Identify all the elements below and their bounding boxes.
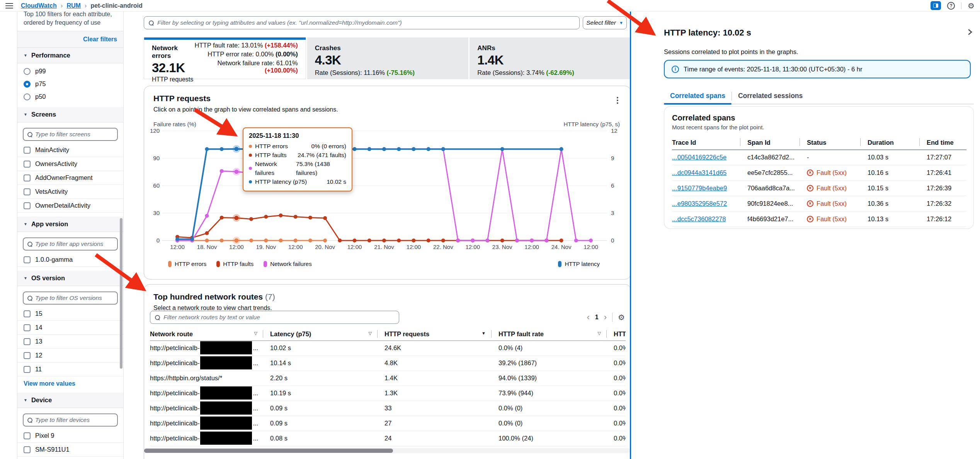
routes-search-input[interactable]: Filter network routes by text or value bbox=[150, 311, 399, 324]
tooltip-row-network-failures: Network failures75.3% (1438 failures) bbox=[249, 159, 346, 177]
sort-icon[interactable]: ▼ bbox=[481, 331, 486, 335]
routes-column-header-http-fault-rate[interactable]: HTTP fault rate▽ bbox=[491, 328, 606, 340]
chart-panel-title: HTTP requests bbox=[144, 86, 631, 103]
spans-column-header-trace-id[interactable]: Trace Id bbox=[672, 136, 740, 150]
fault-label: Fault (5xx) bbox=[817, 200, 847, 207]
select-filter-dropdown[interactable]: Select filter ▼ bbox=[583, 16, 627, 29]
horizontal-scrollbar[interactable] bbox=[144, 448, 630, 453]
legend-marker bbox=[168, 261, 172, 267]
checkbox-option-vetsactivity[interactable]: VetsActivity bbox=[17, 185, 123, 199]
checkbox-option-14[interactable]: 14 bbox=[17, 321, 123, 335]
spans-column-header-status[interactable]: Status bbox=[800, 136, 860, 150]
route-cell[interactable]: http://petclinicalb-... bbox=[150, 340, 263, 356]
spans-column-header-duration[interactable]: Duration bbox=[860, 136, 919, 150]
next-page-icon[interactable]: › bbox=[604, 313, 607, 322]
route-cell[interactable]: https://httpbin.org/status/* bbox=[150, 371, 263, 386]
route-row[interactable]: http://petclinicalb-...10.19 s1.3K73.9% … bbox=[150, 386, 626, 401]
route-url: http://petclinicalb- bbox=[150, 359, 199, 366]
checkbox-option-pixel-9[interactable]: Pixel 9 bbox=[17, 429, 123, 443]
tab-correlated-sessions[interactable]: Correlated sessions bbox=[732, 89, 809, 104]
route-row[interactable]: http://petclinicalb-...0.09 s330.0% (0)0… bbox=[150, 401, 626, 416]
split-panel-icon[interactable] bbox=[931, 1, 941, 10]
checkbox-option-11[interactable]: 11 bbox=[17, 362, 123, 376]
metric-card-network-errors[interactable]: Network errors32.1KHTTP requestsHTTP fau… bbox=[144, 37, 306, 79]
breadcrumb-rum[interactable]: RUM bbox=[66, 2, 80, 9]
kebab-menu-icon[interactable] bbox=[615, 95, 620, 105]
http-requests-chart[interactable]: 003036069091201212:0018. Nov12:0019. Nov… bbox=[144, 126, 627, 251]
attribute-filter-input[interactable]: Filter by selecting or typing attributes… bbox=[144, 16, 580, 29]
hamburger-menu-icon[interactable] bbox=[5, 3, 13, 8]
routes-column-header-http-requests[interactable]: HTTP requests▼ bbox=[377, 328, 491, 340]
metric-card-crashes[interactable]: Crashes4.3KRate (Sessions): 11.16% (-75.… bbox=[307, 37, 469, 79]
table-settings-gear-icon[interactable]: ⚙ bbox=[618, 313, 625, 321]
route-row[interactable]: http://petclinicalb-...10.02 s24.6K0.0% … bbox=[150, 340, 626, 356]
checkbox-option-12[interactable]: 12 bbox=[17, 349, 123, 362]
checkbox-option-ownersactivity[interactable]: OwnersActivity bbox=[17, 157, 123, 171]
checkbox-option-sm-s911u1[interactable]: SM-S911U1 bbox=[17, 443, 123, 457]
filter-section-header-screens[interactable]: ▼Screens bbox=[17, 107, 123, 122]
filter-section-header-performance[interactable]: ▼Performance bbox=[17, 48, 123, 63]
spans-column-header-end-time[interactable]: End time bbox=[919, 136, 966, 150]
route-cell[interactable]: http://petclinicalb-... bbox=[150, 416, 263, 431]
routes-column-header-http[interactable]: HTTP bbox=[606, 328, 626, 340]
route-row[interactable]: http://petclinicalb-...0.08 s24100.0% (2… bbox=[150, 431, 626, 446]
panel-resize-divider[interactable] bbox=[630, 12, 631, 459]
route-cell[interactable]: http://petclinicalb-... bbox=[150, 401, 263, 416]
checkbox-option-1-0-0-gamma[interactable]: 1.0.0-gamma bbox=[17, 253, 123, 267]
filter-section-header-app-version[interactable]: ▼App version bbox=[17, 217, 123, 232]
sidebar-scrollbar[interactable] bbox=[120, 218, 122, 369]
route-row[interactable]: http://petclinicalb-...0.09 s270.0% (0)0… bbox=[150, 416, 626, 431]
trace-id-link[interactable]: ...00504169226c5e bbox=[672, 154, 726, 161]
trace-id-link[interactable]: ...dc0944a3141d65 bbox=[672, 169, 726, 176]
legend-item-network-failures[interactable]: Network failures bbox=[264, 261, 312, 267]
metric-card-anrs[interactable]: ANRs1.4KRate (Sessions): 3.74% (-62.69%) bbox=[470, 37, 631, 79]
checkbox-icon bbox=[24, 174, 31, 181]
checkbox-option-15[interactable]: 15 bbox=[17, 307, 123, 321]
filter-search-input-os-version[interactable]: Type to filter OS versions bbox=[23, 291, 118, 305]
filter-section-header-device[interactable]: ▼Device bbox=[17, 393, 123, 408]
route-cell[interactable]: http://petclinicalb-... bbox=[150, 386, 263, 401]
legend-item-http-errors[interactable]: HTTP errors bbox=[168, 261, 206, 267]
radio-option-p99[interactable]: p99 bbox=[17, 65, 123, 78]
checkbox-icon bbox=[24, 338, 31, 345]
spans-column-header-span-id[interactable]: Span Id bbox=[740, 136, 800, 150]
sort-icon[interactable]: ▽ bbox=[369, 331, 372, 336]
duration-cell: 10.16 s bbox=[860, 165, 919, 180]
page-number[interactable]: 1 bbox=[595, 314, 599, 321]
filter-search-input-screens[interactable]: Type to filter screens bbox=[23, 128, 118, 141]
radio-option-p75[interactable]: p75 bbox=[17, 78, 123, 90]
route-cell[interactable]: http://petclinicalb-... bbox=[150, 356, 263, 371]
tooltip-rows: HTTP errors0% (0 errors)HTTP faults24.7%… bbox=[249, 142, 346, 186]
chevron-right-icon[interactable] bbox=[967, 29, 973, 37]
trace-id-link[interactable]: ...dcc5c736082278 bbox=[672, 215, 726, 222]
clear-filters-link[interactable]: Clear filters bbox=[83, 36, 117, 42]
filter-search-input-device[interactable]: Type to filter devices bbox=[23, 413, 118, 427]
previous-page-icon[interactable]: ‹ bbox=[587, 313, 590, 322]
svg-text:12:00: 12:00 bbox=[524, 244, 539, 250]
checkbox-option-mainactivity[interactable]: MainActivity bbox=[17, 143, 123, 157]
option-label: 12 bbox=[35, 352, 42, 359]
breadcrumb-cloudwatch[interactable]: CloudWatch bbox=[21, 2, 57, 9]
filter-search-input-app-version[interactable]: Type to filter app versions bbox=[23, 237, 118, 251]
routes-column-header-network-route[interactable]: Network route▽ bbox=[150, 328, 263, 340]
tab-correlated-spans[interactable]: Correlated spans bbox=[664, 89, 732, 104]
route-row[interactable]: https://httpbin.org/status/*2.20 s1.4K94… bbox=[150, 371, 626, 386]
help-icon[interactable]: ? bbox=[947, 2, 955, 10]
checkbox-option-addownerfragment[interactable]: AddOwnerFragment bbox=[17, 171, 123, 185]
routes-column-header-latency-p75[interactable]: Latency (p75)▽ bbox=[263, 328, 377, 340]
trace-id-link[interactable]: ...e980352958e572 bbox=[672, 200, 727, 207]
checkbox-option-ownerdetailactivity[interactable]: OwnerDetailActivity bbox=[17, 199, 123, 213]
legend-item-http-faults[interactable]: HTTP faults bbox=[216, 261, 254, 267]
checkbox-option-13[interactable]: 13 bbox=[17, 335, 123, 349]
horizontal-scrollbar-thumb[interactable] bbox=[144, 449, 393, 453]
route-row[interactable]: http://petclinicalb-...10.14 s4.8K39.2% … bbox=[150, 356, 626, 371]
view-more-values-link[interactable]: View more values bbox=[17, 376, 123, 389]
sort-icon[interactable]: ▽ bbox=[598, 331, 601, 336]
sort-icon[interactable]: ▽ bbox=[254, 331, 257, 336]
route-cell[interactable]: http://petclinicalb-... bbox=[150, 431, 263, 446]
filter-section-header-os-version[interactable]: ▼OS version bbox=[17, 271, 123, 286]
gear-icon[interactable]: ⚙ bbox=[968, 2, 975, 10]
legend-item-http-latency[interactable]: HTTP latency bbox=[558, 261, 600, 267]
radio-option-p50[interactable]: p50 bbox=[17, 90, 123, 103]
trace-id-link[interactable]: ...9150779b4eabe9 bbox=[672, 185, 727, 191]
